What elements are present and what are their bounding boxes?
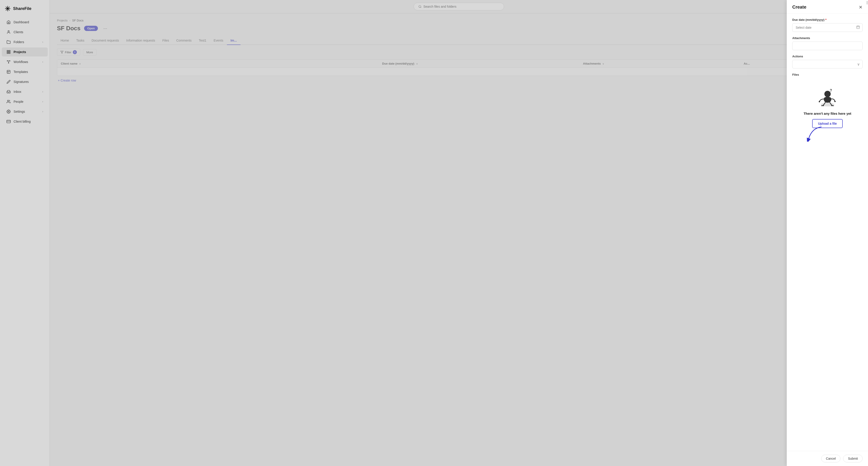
cancel-button[interactable]: Cancel: [821, 455, 841, 462]
attachments-input[interactable]: [792, 41, 863, 50]
due-date-input[interactable]: [792, 23, 863, 32]
svg-point-27: [834, 101, 836, 102]
actions-label: Actions: [792, 55, 863, 58]
actions-select-wrapper: ∨: [792, 60, 863, 68]
upload-button-wrapper: Upload a file: [812, 119, 843, 128]
due-date-label: Due date (mm/dd/yyyy) *: [792, 18, 863, 22]
create-panel: Create ✕ Due date (mm/dd/yyyy) * Attachm…: [786, 0, 868, 466]
calendar-icon: [856, 25, 860, 30]
due-date-field-group: Due date (mm/dd/yyyy) *: [792, 18, 863, 32]
panel-header: Create ✕: [787, 0, 868, 13]
due-date-input-wrapper: [792, 23, 863, 32]
actions-field-group: Actions ∨: [792, 55, 863, 68]
files-empty-text: There aren't any files here yet: [804, 111, 851, 115]
panel-title: Create: [792, 4, 806, 10]
attachments-field-group: Attachments: [792, 36, 863, 50]
attachments-label: Attachments: [792, 36, 863, 40]
modal-overlay[interactable]: [0, 0, 868, 466]
submit-button[interactable]: Submit: [843, 455, 863, 462]
scrollbar-indicator: [867, 1, 868, 4]
svg-text:?: ?: [830, 89, 832, 92]
files-section: Files: [792, 73, 863, 133]
panel-body: Due date (mm/dd/yyyy) * Attachments Acti…: [787, 13, 868, 451]
empty-state-illustration: ?: [814, 86, 841, 108]
required-indicator: *: [825, 18, 827, 22]
close-panel-button[interactable]: ✕: [859, 5, 863, 9]
panel-footer: Cancel Submit: [787, 451, 868, 466]
actions-select[interactable]: [792, 60, 863, 68]
svg-rect-21: [857, 26, 860, 29]
files-label: Files: [792, 73, 863, 76]
arrow-annotation: [805, 126, 824, 142]
files-empty-state: ? There aren't any files here yet Upload…: [792, 80, 863, 133]
svg-point-26: [819, 101, 820, 102]
